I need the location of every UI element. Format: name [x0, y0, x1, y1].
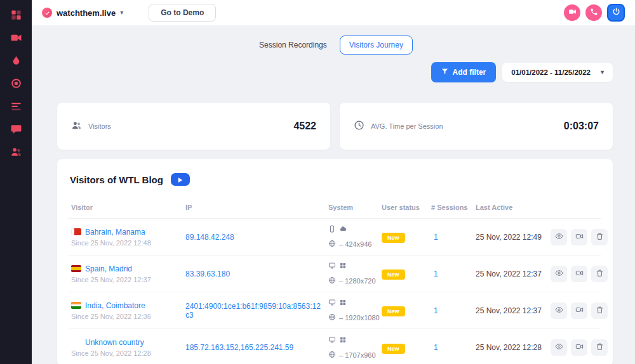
sessions-count[interactable]: 1 [431, 306, 476, 315]
recordings-button[interactable] [571, 266, 587, 282]
bahrain-flag-icon [71, 228, 81, 235]
trash-icon [596, 269, 604, 279]
ip-link[interactable]: 83.39.63.180 [185, 270, 328, 278]
brand-menu[interactable]: watchthem.live ▾ [42, 8, 123, 18]
sidebar-item-feedback[interactable] [9, 123, 23, 137]
table-row: India, Coimbatore Since 25 Nov, 2022 12:… [69, 292, 601, 329]
sidebar-item-recordings[interactable] [9, 32, 23, 46]
trash-icon [596, 306, 604, 316]
status-badge: New [382, 270, 405, 280]
last-active: 25 Nov, 2022 12:49 [476, 233, 551, 242]
view-button[interactable] [551, 266, 567, 282]
ip-link[interactable]: 89.148.42.248 [185, 233, 328, 242]
table-row: Bahrain, Manama Since 25 Nov, 2022 12:48… [69, 219, 601, 256]
row-actions [551, 339, 608, 356]
users-icon [71, 120, 82, 133]
sidebar-item-live-record[interactable] [9, 77, 23, 91]
add-filter-button[interactable]: Add filter [431, 62, 497, 82]
delete-button[interactable] [591, 302, 608, 319]
last-active: 25 Nov, 2022 12:37 [476, 306, 551, 315]
sessions-count[interactable]: 1 [431, 233, 476, 242]
visitor-since: Since 25 Nov, 2022 12:28 [71, 349, 185, 357]
sidebar-item-sessions-list[interactable] [9, 100, 23, 114]
visitor-location-link[interactable]: Bahrain, Manama [85, 228, 145, 237]
avg-time-stat-left: AVG. Time per Session [354, 120, 443, 133]
phone-icon [590, 7, 598, 18]
visitor-location-link[interactable]: India, Coimbatore [85, 301, 145, 310]
status-badge: New [382, 233, 405, 243]
visitor-since: Since 25 Nov, 2022 12:48 [71, 239, 185, 247]
main-content: Session Recordings Visitors Journey Add … [32, 0, 635, 364]
unknown-flag-placeholder [71, 339, 81, 346]
delete-button[interactable] [591, 229, 608, 245]
sidebar-item-heatmaps[interactable] [9, 55, 23, 68]
go-to-demo-button[interactable]: Go to Demo [149, 4, 216, 22]
recordings-button[interactable] [571, 302, 587, 319]
monitor-icon [328, 297, 336, 309]
chevron-down-icon: ▾ [601, 69, 604, 75]
power-icon [612, 7, 621, 19]
visitor-location-link[interactable]: Spain, Madrid [85, 264, 132, 273]
table-row: Unknown country Since 25 Nov, 2022 12:28… [69, 329, 601, 364]
tab-visitors-journey[interactable]: Visitors Journey [340, 36, 413, 55]
globe-icon [328, 275, 336, 287]
eye-icon [555, 269, 563, 279]
dashboard-grid-icon [10, 9, 22, 23]
play-all-button[interactable] [171, 173, 190, 186]
visitor-cell: India, Coimbatore Since 25 Nov, 2022 12:… [71, 301, 185, 320]
video-camera-icon [575, 306, 584, 316]
date-range-value: 01/01/2022 - 11/25/2022 [511, 68, 591, 76]
sidebar-item-dashboard[interactable] [9, 9, 23, 23]
video-camera-icon [575, 342, 584, 353]
video-camera-icon [10, 32, 22, 46]
sidebar-item-visitors[interactable] [9, 146, 23, 160]
delete-button[interactable] [591, 266, 608, 282]
screen-resolution: – 424x946 [339, 240, 371, 248]
heat-drop-icon [10, 55, 22, 69]
video-camera-icon [568, 7, 577, 18]
date-range-picker[interactable]: 01/01/2022 - 11/25/2022 ▾ [502, 63, 613, 82]
visitors-stat-value: 4522 [293, 120, 316, 132]
cloud-icon [339, 224, 347, 235]
filter-toolbar: Add filter 01/01/2022 - 11/25/2022 ▾ [57, 62, 613, 82]
recordings-button[interactable] [571, 339, 587, 356]
trash-icon [596, 232, 604, 242]
record-video-button[interactable] [564, 4, 580, 21]
row-actions [551, 229, 608, 245]
monitor-icon [328, 261, 336, 272]
eye-icon [555, 342, 563, 353]
visitor-cell: Unknown country Since 25 Nov, 2022 12:28 [71, 338, 185, 357]
col-user-status: User status [382, 204, 431, 211]
play-icon [178, 175, 183, 185]
clock-icon [354, 120, 364, 133]
chevron-down-icon: ▾ [120, 10, 123, 16]
row-actions [551, 302, 608, 319]
screen-resolution: – 1707x960 [339, 351, 376, 359]
view-button[interactable] [551, 229, 567, 245]
globe-icon [328, 349, 336, 361]
power-toggle-button[interactable] [607, 4, 625, 22]
sessions-count[interactable]: 1 [431, 270, 476, 278]
view-button[interactable] [551, 339, 567, 356]
screen-resolution: – 1280x720 [339, 277, 376, 285]
tab-session-recordings[interactable]: Session Recordings [254, 36, 332, 54]
globe-icon [328, 312, 336, 323]
chat-bubble-icon [10, 123, 22, 138]
visitor-cell: Bahrain, Manama Since 25 Nov, 2022 12:48 [71, 228, 185, 247]
sessions-count[interactable]: 1 [431, 343, 476, 352]
last-active: 25 Nov, 2022 12:37 [476, 270, 551, 278]
os-grid-icon [339, 297, 347, 309]
delete-button[interactable] [591, 339, 608, 356]
india-flag-icon [71, 302, 81, 309]
visitors-stat-left: Visitors [71, 120, 111, 133]
visitor-cell: Spain, Madrid Since 25 Nov, 2022 12:37 [71, 264, 185, 283]
visitor-since: Since 25 Nov, 2022 12:36 [71, 313, 185, 320]
visitor-location-link[interactable]: Unknown country [85, 338, 144, 347]
ip-link[interactable]: 185.72.163.152,165.225.241.59 [185, 343, 328, 352]
col-visitor: Visitor [71, 204, 185, 211]
call-support-button[interactable] [585, 4, 602, 21]
page-title: Visitors of WTL Blog [70, 174, 163, 185]
recordings-button[interactable] [571, 229, 587, 245]
view-button[interactable] [551, 302, 567, 319]
ip-link[interactable]: 2401:4900:1ce1:b61f:9859:10a:8563:12c3 [185, 302, 328, 320]
